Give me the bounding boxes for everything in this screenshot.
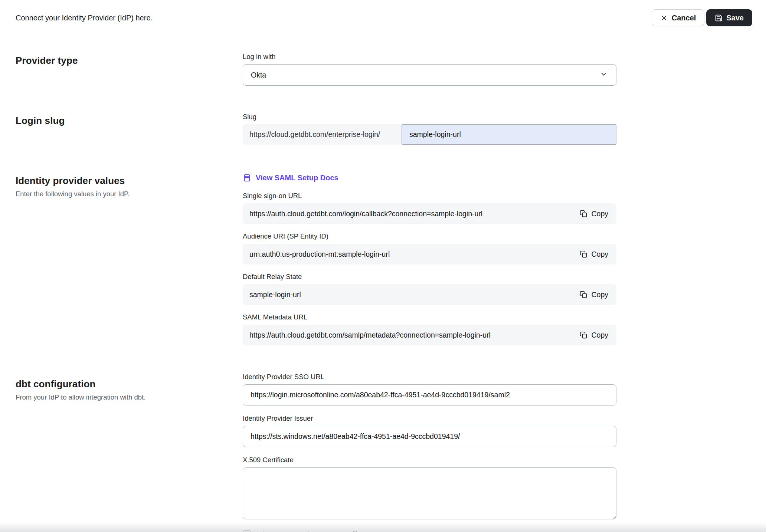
copy-icon	[580, 331, 587, 339]
slug-url-prefix: https://cloud.getdbt.com/enterprise-logi…	[243, 124, 402, 145]
idp-values-heading: Identity provider values	[16, 173, 243, 187]
copy-sso-url-button[interactable]: Copy	[580, 210, 608, 218]
sso-url-value: https://auth.cloud.getdbt.com/login/call…	[249, 210, 482, 218]
idp-issuer-input[interactable]	[243, 426, 616, 447]
x509-certificate-block: X.509 Certificate	[243, 456, 616, 521]
slug-label: Slug	[243, 113, 616, 121]
audience-uri-block: Audience URI (SP Entity ID) urn:auth0:us…	[243, 232, 616, 265]
saml-metadata-value: https://auth.cloud.getdbt.com/samlp/meta…	[249, 331, 491, 339]
slug-field-group: https://cloud.getdbt.com/enterprise-logi…	[243, 124, 616, 145]
chevron-down-icon	[600, 70, 608, 80]
idp-issuer-label: Identity Provider Issuer	[243, 414, 616, 423]
provider-select-value: Okta	[251, 71, 266, 79]
relay-state-label: Default Relay State	[243, 273, 616, 281]
saml-metadata-block: SAML Metadata URL https://auth.cloud.get…	[243, 313, 616, 345]
idp-sso-url-label: Identity Provider SSO URL	[243, 373, 616, 381]
close-icon	[660, 14, 668, 22]
sign-authn-checkbox[interactable]	[243, 531, 251, 532]
sso-url-field: https://auth.cloud.getdbt.com/login/call…	[243, 203, 616, 224]
idp-issuer-block: Identity Provider Issuer	[243, 414, 616, 447]
idp-values-subheading: Enter the following values in your IdP.	[16, 190, 243, 198]
sso-url-label: Single sign-on URL	[243, 192, 616, 200]
dbt-config-heading: dbt configuration	[16, 373, 243, 390]
section-login-slug: Login slug Slug https://cloud.getdbt.com…	[0, 113, 766, 145]
page-intro-text: Connect your Identity Provider (IdP) her…	[16, 9, 153, 22]
audience-uri-label: Audience URI (SP Entity ID)	[243, 232, 616, 240]
save-button-label: Save	[726, 14, 744, 22]
cancel-button-label: Cancel	[672, 14, 696, 22]
section-provider-type: Provider type Log in with Okta	[0, 53, 766, 86]
provider-select[interactable]: Okta	[243, 64, 616, 86]
provider-type-heading: Provider type	[16, 53, 243, 66]
save-button[interactable]: Save	[706, 9, 752, 26]
copy-icon	[580, 250, 587, 258]
x509-certificate-textarea[interactable]	[243, 467, 616, 519]
login-with-label: Log in with	[243, 53, 616, 61]
topbar-actions: Cancel Save	[652, 9, 752, 26]
relay-state-field: sample-login-url Copy	[243, 284, 616, 305]
slug-input[interactable]	[402, 124, 616, 145]
relay-state-block: Default Relay State sample-login-url Cop…	[243, 273, 616, 305]
copy-saml-metadata-button[interactable]: Copy	[580, 331, 608, 339]
document-icon	[243, 174, 251, 182]
copy-audience-uri-button[interactable]: Copy	[580, 250, 608, 259]
saml-docs-link-label: View SAML Setup Docs	[256, 174, 338, 182]
audience-uri-value: urn:auth0:us-production-mt:sample-login-…	[249, 250, 390, 259]
sso-url-block: Single sign-on URL https://auth.cloud.ge…	[243, 192, 616, 224]
sign-authn-row: Sign SAML AuthnRequest ?	[243, 531, 616, 532]
copy-relay-state-button[interactable]: Copy	[580, 290, 608, 299]
login-slug-heading: Login slug	[16, 113, 243, 127]
topbar: Connect your Identity Provider (IdP) her…	[0, 0, 766, 36]
dbt-config-subheading: From your IdP to allow integration with …	[16, 393, 243, 401]
saml-metadata-field: https://auth.cloud.getdbt.com/samlp/meta…	[243, 325, 616, 345]
save-icon	[715, 14, 723, 22]
idp-sso-url-block: Identity Provider SSO URL	[243, 373, 616, 405]
saml-metadata-label: SAML Metadata URL	[243, 313, 616, 321]
section-dbt-configuration: dbt configuration From your IdP to allow…	[0, 373, 766, 532]
idp-sso-url-input[interactable]	[243, 384, 616, 405]
sign-authn-label: Sign SAML AuthnRequest	[258, 531, 344, 532]
audience-uri-field: urn:auth0:us-production-mt:sample-login-…	[243, 244, 616, 265]
idp-settings-page: Connect your Identity Provider (IdP) her…	[0, 0, 766, 532]
relay-state-value: sample-login-url	[249, 290, 301, 299]
x509-certificate-label: X.509 Certificate	[243, 456, 616, 464]
copy-icon	[580, 210, 587, 217]
copy-icon	[580, 291, 587, 298]
saml-docs-link[interactable]: View SAML Setup Docs	[243, 174, 338, 182]
section-idp-values: Identity provider values Enter the follo…	[0, 173, 766, 345]
cancel-button[interactable]: Cancel	[652, 9, 705, 26]
